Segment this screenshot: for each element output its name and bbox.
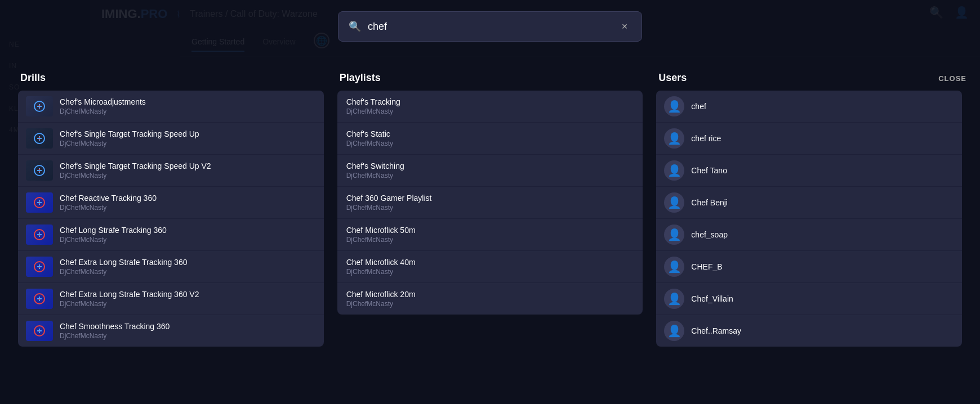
target-icon-2 — [34, 165, 45, 176]
user-avatar-2: 👤 — [664, 160, 684, 181]
drill-info-4: Chef Long Strafe Tracking 360 DjChefMcNa… — [60, 226, 316, 244]
user-item-0[interactable]: 👤 chef — [656, 91, 962, 122]
person-icon-3: 👤 — [667, 196, 681, 209]
users-header: Users — [656, 72, 962, 84]
playlist-author-4: DjChefMcNasty — [346, 236, 634, 244]
results-container: Drills Chef's Microadjustments DjChefMcN… — [0, 72, 980, 404]
user-item-2[interactable]: 👤 Chef Tano — [656, 154, 962, 186]
drill-item-7[interactable]: Chef Smoothness Tracking 360 DjChefMcNas… — [18, 315, 324, 347]
playlist-author-1: DjChefMcNasty — [346, 140, 634, 147]
drill-name-1: Chef's Single Target Tracking Speed Up — [60, 129, 316, 138]
user-avatar-7: 👤 — [664, 321, 684, 341]
close-button[interactable]: CLOSE — [934, 72, 971, 85]
user-name-6: Chef_Villain — [691, 294, 733, 303]
drills-panel: Drills Chef's Microadjustments DjChefMcN… — [11, 72, 331, 404]
drill-item-1[interactable]: Chef's Single Target Tracking Speed Up D… — [18, 122, 324, 154]
user-item-7[interactable]: 👤 Chef..Ramsay — [656, 315, 962, 347]
search-input[interactable] — [368, 21, 611, 33]
drill-thumbnail-3 — [26, 192, 53, 213]
drill-thumbnail-5 — [26, 257, 53, 277]
search-bar: 🔍 × — [338, 11, 642, 42]
user-avatar-6: 👤 — [664, 289, 684, 309]
playlist-item-1[interactable]: Chef's Static DjChefMcNasty — [337, 122, 643, 154]
drill-name-0: Chef's Microadjustments — [60, 97, 316, 106]
target-icon-4 — [34, 229, 45, 240]
users-panel: Users 👤 chef 👤 chef rice 👤 Chef Tano — [649, 72, 969, 404]
playlist-author-3: DjChefMcNasty — [346, 204, 634, 212]
drill-info-2: Chef's Single Target Tracking Speed Up V… — [60, 161, 316, 179]
drill-thumbnail-2 — [26, 160, 53, 181]
drill-author-7: DjChefMcNasty — [60, 332, 316, 340]
drill-thumbnail-7 — [26, 321, 53, 341]
playlist-item-5[interactable]: Chef Microflick 40m DjChefMcNasty — [337, 250, 643, 282]
user-avatar-1: 👤 — [664, 128, 684, 149]
drill-author-5: DjChefMcNasty — [60, 268, 316, 276]
search-icon: 🔍 — [349, 20, 361, 33]
user-name-5: CHEF_B — [691, 262, 722, 271]
target-icon-6 — [34, 293, 45, 304]
drill-author-4: DjChefMcNasty — [60, 236, 316, 244]
playlists-header: Playlists — [337, 72, 643, 84]
user-item-1[interactable]: 👤 chef rice — [656, 122, 962, 154]
drill-name-5: Chef Extra Long Strafe Tracking 360 — [60, 258, 316, 267]
person-icon-6: 👤 — [667, 292, 681, 306]
user-item-3[interactable]: 👤 Chef Benji — [656, 186, 962, 218]
user-avatar-0: 👤 — [664, 96, 684, 116]
drill-author-3: DjChefMcNasty — [60, 204, 316, 212]
drill-item-2[interactable]: Chef's Single Target Tracking Speed Up V… — [18, 154, 324, 186]
target-icon-0 — [34, 101, 45, 112]
user-item-5[interactable]: 👤 CHEF_B — [656, 250, 962, 282]
playlist-name-6: Chef Microflick 20m — [346, 290, 634, 299]
drill-author-2: DjChefMcNasty — [60, 172, 316, 179]
drill-item-6[interactable]: Chef Extra Long Strafe Tracking 360 V2 D… — [18, 282, 324, 315]
search-clear-button[interactable]: × — [618, 20, 631, 33]
playlist-name-3: Chef 360 Gamer Playlist — [346, 194, 634, 203]
drill-item-0[interactable]: Chef's Microadjustments DjChefMcNasty — [18, 91, 324, 122]
search-bar-container: 🔍 × — [338, 11, 642, 42]
playlist-name-0: Chef's Tracking — [346, 97, 634, 106]
drill-info-5: Chef Extra Long Strafe Tracking 360 DjCh… — [60, 258, 316, 276]
user-name-7: Chef..Ramsay — [691, 326, 741, 335]
playlist-item-6[interactable]: Chef Microflick 20m DjChefMcNasty — [337, 282, 643, 315]
drill-author-6: DjChefMcNasty — [60, 300, 316, 308]
user-name-2: Chef Tano — [691, 166, 727, 175]
playlist-author-5: DjChefMcNasty — [346, 268, 634, 276]
drill-thumbnail-4 — [26, 225, 53, 245]
drill-name-6: Chef Extra Long Strafe Tracking 360 V2 — [60, 290, 316, 299]
user-avatar-4: 👤 — [664, 225, 684, 245]
drill-item-5[interactable]: Chef Extra Long Strafe Tracking 360 DjCh… — [18, 250, 324, 282]
drill-name-4: Chef Long Strafe Tracking 360 — [60, 226, 316, 235]
target-icon-1 — [34, 133, 45, 144]
person-icon-2: 👤 — [667, 164, 681, 177]
drill-info-0: Chef's Microadjustments DjChefMcNasty — [60, 97, 316, 115]
playlist-name-5: Chef Microflick 40m — [346, 258, 634, 267]
drill-info-6: Chef Extra Long Strafe Tracking 360 V2 D… — [60, 290, 316, 308]
user-avatar-5: 👤 — [664, 257, 684, 277]
person-icon-4: 👤 — [667, 228, 681, 241]
playlist-item-3[interactable]: Chef 360 Gamer Playlist DjChefMcNasty — [337, 186, 643, 218]
user-item-6[interactable]: 👤 Chef_Villain — [656, 282, 962, 315]
drill-thumbnail-0 — [26, 96, 53, 116]
drill-thumbnail-6 — [26, 289, 53, 309]
drill-info-7: Chef Smoothness Tracking 360 DjChefMcNas… — [60, 322, 316, 340]
users-list: 👤 chef 👤 chef rice 👤 Chef Tano 👤 — [656, 91, 962, 347]
person-icon-1: 👤 — [667, 132, 681, 145]
user-name-0: chef — [691, 102, 706, 111]
user-name-1: chef rice — [691, 134, 721, 143]
user-item-4[interactable]: 👤 chef_soap — [656, 218, 962, 250]
person-icon-7: 👤 — [667, 324, 681, 338]
playlist-item-4[interactable]: Chef Microflick 50m DjChefMcNasty — [337, 218, 643, 250]
person-icon-5: 👤 — [667, 260, 681, 273]
drill-info-1: Chef's Single Target Tracking Speed Up D… — [60, 129, 316, 147]
target-icon-5 — [34, 261, 45, 272]
drills-header: Drills — [18, 72, 324, 84]
playlist-author-6: DjChefMcNasty — [346, 300, 634, 308]
drill-name-7: Chef Smoothness Tracking 360 — [60, 322, 316, 331]
drill-item-4[interactable]: Chef Long Strafe Tracking 360 DjChefMcNa… — [18, 218, 324, 250]
drill-info-3: Chef Reactive Tracking 360 DjChefMcNasty — [60, 194, 316, 212]
drill-item-3[interactable]: Chef Reactive Tracking 360 DjChefMcNasty — [18, 186, 324, 218]
drill-thumbnail-1 — [26, 128, 53, 149]
playlist-item-0[interactable]: Chef's Tracking DjChefMcNasty — [337, 91, 643, 122]
drill-author-1: DjChefMcNasty — [60, 140, 316, 147]
playlist-item-2[interactable]: Chef's Switching DjChefMcNasty — [337, 154, 643, 186]
